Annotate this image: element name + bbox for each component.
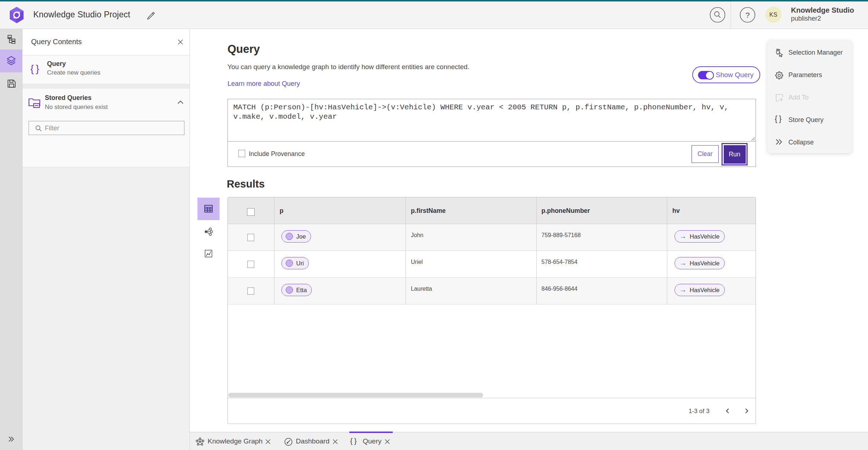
svg-text:?: ? [745, 11, 750, 19]
